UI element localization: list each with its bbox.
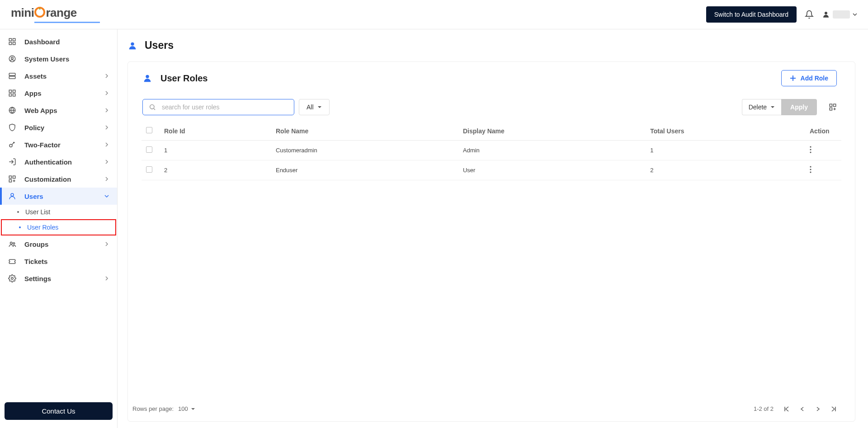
section-title: User Roles [160, 73, 208, 84]
sidebar-item-label: System Users [24, 55, 69, 63]
grid-view-icon[interactable] [829, 103, 837, 111]
svg-point-15 [9, 144, 12, 147]
svg-rect-26 [830, 104, 832, 106]
cell-total-users: 1 [646, 141, 805, 160]
last-page-icon[interactable] [830, 406, 837, 412]
col-role-name: Role Name [271, 122, 458, 141]
user-roles-section: User Roles Add Role All [127, 61, 855, 422]
sidebar-item-label: Web Apps [24, 107, 57, 114]
svg-point-1 [825, 12, 827, 14]
chevron-right-icon [104, 160, 109, 164]
user-name-placeholder [833, 10, 850, 19]
chevron-right-icon [104, 142, 109, 147]
sidebar-item-label: Groups [24, 240, 48, 248]
sidebar-sub-user-list[interactable]: User List [0, 205, 117, 219]
svg-rect-11 [13, 90, 15, 92]
sidebar-item-settings[interactable]: Settings [0, 270, 117, 287]
svg-point-30 [810, 149, 811, 150]
select-all-checkbox[interactable] [146, 127, 152, 133]
sidebar-item-tickets[interactable]: Tickets [0, 253, 117, 270]
row-checkbox[interactable] [146, 146, 152, 153]
topbar: mini range Switch to Audit Dashboard [0, 0, 868, 29]
svg-point-31 [810, 151, 811, 153]
sidebar-item-customization[interactable]: Customization [0, 170, 117, 188]
more-actions-icon[interactable] [810, 166, 811, 173]
page-title: Users [145, 39, 174, 52]
contact-us-button[interactable]: Contact Us [5, 402, 113, 420]
sidebar-item-authentication[interactable]: Authentication [0, 153, 117, 170]
apply-button[interactable]: Apply [781, 99, 817, 115]
sidebar-item-label: Customization [24, 175, 71, 183]
search-icon [149, 103, 156, 111]
cell-role-name: Customeradmin [271, 141, 458, 160]
row-checkbox[interactable] [146, 166, 152, 173]
prev-page-icon[interactable] [800, 406, 805, 412]
next-page-icon[interactable] [815, 406, 821, 412]
more-actions-icon[interactable] [810, 146, 811, 153]
sidebar-item-apps[interactable]: Apps [0, 85, 117, 102]
col-role-id: Role Id [160, 122, 271, 141]
svg-point-25 [150, 105, 154, 109]
brand-orange-letter [34, 6, 46, 20]
svg-rect-2 [9, 38, 11, 41]
svg-rect-10 [9, 90, 11, 92]
user-icon [127, 41, 137, 51]
svg-point-7 [11, 57, 14, 59]
user-menu[interactable] [822, 10, 857, 19]
roles-table: Role Id Role Name Display Name Total Use… [142, 122, 841, 180]
sidebar: Dashboard System Users Assets Apps Web A… [0, 29, 118, 428]
sidebar-item-dashboard[interactable]: Dashboard [0, 33, 117, 50]
svg-rect-8 [9, 73, 15, 75]
table-footer: Rows per page: 100 1-2 of 2 [128, 399, 855, 421]
sidebar-item-assets[interactable]: Assets [0, 67, 117, 85]
notifications-icon[interactable] [805, 10, 814, 19]
svg-rect-18 [9, 180, 11, 182]
filter-label: All [307, 103, 314, 111]
filter-all-button[interactable]: All [299, 99, 330, 115]
cell-total-users: 2 [646, 160, 805, 180]
user-icon [8, 192, 16, 200]
page-header: Users [127, 39, 855, 52]
toolbar: All Delete Apply [128, 94, 855, 122]
sidebar-item-two-factor[interactable]: Two-Factor [0, 136, 117, 153]
add-role-label: Add Role [801, 75, 828, 82]
sidebar-item-web-apps[interactable]: Web Apps [0, 102, 117, 119]
table-row: 1 Customeradmin Admin 1 [142, 141, 841, 160]
delete-button[interactable]: Delete [742, 99, 781, 115]
chevron-down-icon [853, 12, 857, 17]
sidebar-item-policy[interactable]: Policy [0, 119, 117, 136]
sidebar-item-system-users[interactable]: System Users [0, 50, 117, 67]
sidebar-item-label: Authentication [24, 158, 72, 166]
svg-rect-27 [834, 104, 836, 106]
sidebar-item-label: Two-Factor [24, 141, 61, 149]
svg-point-19 [11, 193, 14, 196]
add-role-button[interactable]: Add Role [781, 70, 837, 86]
sidebar-item-users[interactable]: Users [0, 188, 117, 205]
svg-rect-13 [13, 94, 15, 96]
svg-rect-3 [13, 38, 15, 41]
sidebar-item-groups[interactable]: Groups [0, 235, 117, 253]
cell-display-name: User [458, 160, 646, 180]
cell-role-id: 1 [160, 141, 271, 160]
col-total-users: Total Users [646, 122, 805, 141]
svg-point-33 [810, 169, 811, 170]
rows-value: 100 [178, 405, 188, 412]
table-row: 2 Enduser User 2 [142, 160, 841, 180]
svg-point-23 [131, 42, 134, 45]
gear-icon [8, 274, 16, 282]
search-input[interactable] [142, 99, 294, 115]
chevron-right-icon [104, 177, 109, 181]
sidebar-item-label: Users [24, 193, 43, 200]
col-action: Action [805, 122, 841, 141]
switch-dashboard-button[interactable]: Switch to Audit Dashboard [706, 6, 797, 23]
svg-rect-16 [9, 176, 11, 178]
grid-plus-icon [8, 175, 16, 183]
key-icon [8, 141, 16, 149]
bullet-icon [17, 211, 19, 213]
rows-per-page-select[interactable]: 100 [178, 405, 195, 412]
sidebar-sub-user-roles[interactable]: User Roles [2, 220, 115, 235]
login-icon [8, 158, 16, 166]
sidebar-item-label: Apps [24, 89, 42, 97]
svg-point-21 [13, 243, 15, 245]
first-page-icon[interactable] [783, 406, 790, 412]
